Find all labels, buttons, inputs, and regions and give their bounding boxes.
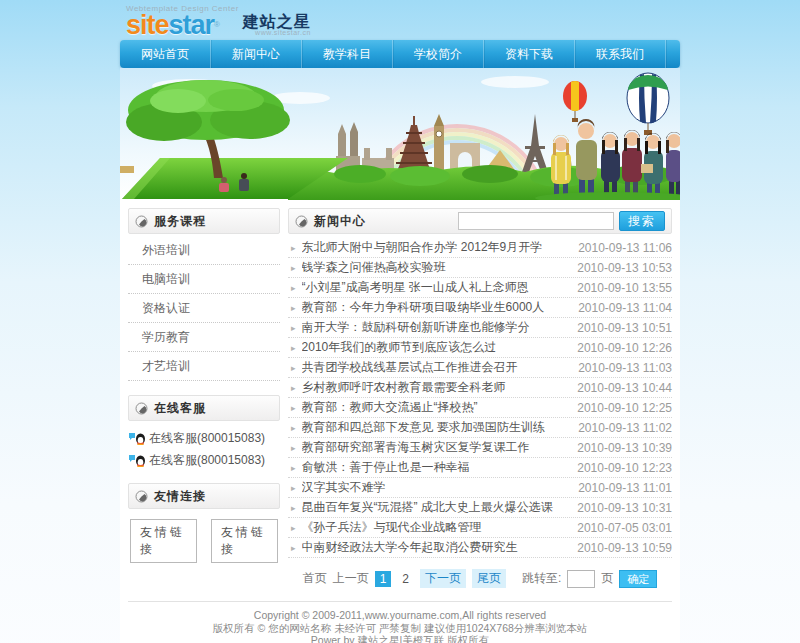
footer-powered-by: Power by 建站之星|美橙互联 版权所有	[128, 634, 672, 643]
news-date: 2010-09-13 11:02	[578, 421, 672, 435]
news-row: ▸教育部：教师大交流遏止“择校热”2010-09-10 12:25	[288, 398, 672, 418]
news-link[interactable]: 教育部：教师大交流遏止“择校热”	[302, 399, 570, 416]
news-date: 2010-09-13 11:04	[578, 301, 672, 315]
qq-agent-label: 在线客服(800015083)	[149, 427, 265, 449]
pagination-next[interactable]: 下一页	[420, 569, 466, 588]
content-area: 服务课程 外语培训 电脑培训 资格认证 学历教育 才艺培训 在线客服	[120, 200, 680, 643]
news-row: ▸乡村教师呼吁农村教育最需要全科老师2010-09-13 10:44	[288, 378, 672, 398]
course-item-foreign-language[interactable]: 外语培训	[128, 236, 280, 265]
news-link[interactable]: 乡村教师呼吁农村教育最需要全科老师	[302, 379, 570, 396]
qq-agent-2[interactable]: 在线客服(800015083)	[128, 449, 280, 471]
panel-bullet-icon	[135, 402, 148, 415]
arrow-bullet-icon: ▸	[291, 343, 296, 353]
links-panel-title: 友情连接	[154, 488, 206, 505]
arrow-bullet-icon: ▸	[291, 363, 296, 373]
arrow-bullet-icon: ▸	[291, 483, 296, 493]
arrow-bullet-icon: ▸	[291, 403, 296, 413]
courses-panel-title: 服务课程	[154, 213, 206, 230]
page-container: Webtemplate Design Center sitestar® 建站之星…	[120, 0, 680, 643]
pagination-first[interactable]: 首页	[303, 570, 327, 587]
news-date: 2010-09-10 12:25	[577, 401, 672, 415]
news-date: 2010-09-10 13:55	[577, 281, 672, 295]
logo-cn: 建站之星 www.sitestar.cn	[243, 14, 311, 38]
arrow-bullet-icon: ▸	[291, 503, 296, 513]
news-row: ▸钱学森之问催热高校实验班2010-09-13 10:53	[288, 258, 672, 278]
news-link[interactable]: “小刘星”成高考明星 张一山成人礼上念师恩	[302, 279, 570, 296]
pagination-last[interactable]: 尾页	[472, 569, 506, 588]
news-link[interactable]: 2010年我们的教师节到底应该怎么过	[302, 339, 570, 356]
service-panel-title: 在线客服	[154, 400, 206, 417]
panel-header-links: 友情连接	[128, 483, 280, 509]
arrow-bullet-icon: ▸	[291, 323, 296, 333]
news-date: 2010-09-13 10:39	[577, 441, 672, 455]
footer-rights: 版权所有 © 您的网站名称 未经许可 严禁复制 建议使用1024X768分辨率浏…	[128, 622, 672, 635]
news-row: ▸俞敏洪：善于停止也是一种幸福2010-09-10 12:23	[288, 458, 672, 478]
main-nav: 网站首页 新闻中心 教学科目 学校简介 资料下载 联系我们	[120, 40, 680, 68]
logo-cn-url: www.sitestar.cn	[243, 29, 311, 36]
panel-bullet-icon	[135, 490, 148, 503]
search-button[interactable]: 搜索	[619, 211, 665, 231]
friend-link-1[interactable]: 友情链接	[130, 519, 197, 563]
news-row: ▸中南财经政法大学今年起取消公费研究生2010-09-13 10:59	[288, 538, 672, 558]
news-row: ▸教育部研究部署青海玉树灾区复学复课工作2010-09-13 10:39	[288, 438, 672, 458]
nav-item-downloads[interactable]: 资料下载	[484, 40, 575, 68]
qq-agent-label: 在线客服(800015083)	[149, 449, 265, 471]
banner-illustration	[120, 68, 680, 200]
qq-chat-icon	[128, 453, 146, 467]
course-item-talent[interactable]: 才艺培训	[128, 352, 280, 381]
arrow-bullet-icon: ▸	[291, 423, 296, 433]
news-date: 2010-09-13 11:06	[578, 241, 672, 255]
friend-link-2[interactable]: 友情链接	[211, 519, 278, 563]
news-row: ▸《孙子兵法》与现代企业战略管理2010-07-05 03:01	[288, 518, 672, 538]
news-link[interactable]: 教育部和四总部下发意见 要求加强国防生训练	[302, 419, 571, 436]
arrow-bullet-icon: ▸	[291, 263, 296, 273]
nav-item-about[interactable]: 学校简介	[393, 40, 484, 68]
news-date: 2010-09-10 12:26	[577, 341, 672, 355]
news-link[interactable]: 教育部研究部署青海玉树灾区复学复课工作	[302, 439, 570, 456]
nav-item-contact[interactable]: 联系我们	[575, 40, 666, 68]
news-link[interactable]: 钱学森之问催热高校实验班	[302, 259, 570, 276]
logo-cn-name: 建站之星	[243, 14, 311, 29]
jump-confirm-button[interactable]: 确定	[619, 570, 657, 588]
news-link[interactable]: 共青团学校战线基层试点工作推进会召开	[302, 359, 571, 376]
nav-item-home[interactable]: 网站首页	[120, 40, 211, 68]
nav-item-subjects[interactable]: 教学科目	[302, 40, 393, 68]
pagination-prev[interactable]: 上一页	[333, 570, 369, 587]
news-date: 2010-09-10 12:23	[577, 461, 672, 475]
course-item-computer[interactable]: 电脑培训	[128, 265, 280, 294]
news-link[interactable]: 东北师大附中与朝阳合作办学 2012年9月开学	[302, 239, 571, 256]
news-row: ▸教育部和四总部下发意见 要求加强国防生训练2010-09-13 11:02	[288, 418, 672, 438]
pagination-page-2[interactable]: 2	[397, 571, 414, 587]
news-date: 2010-09-13 10:53	[577, 261, 672, 275]
news-row: ▸共青团学校战线基层试点工作推进会召开2010-09-13 11:03	[288, 358, 672, 378]
arrow-bullet-icon: ▸	[291, 303, 296, 313]
news-link[interactable]: 中南财经政法大学今年起取消公费研究生	[302, 539, 570, 556]
panel-header-service: 在线客服	[128, 395, 280, 421]
arrow-bullet-icon: ▸	[291, 523, 296, 533]
news-search-input[interactable]	[458, 212, 614, 230]
nav-item-news[interactable]: 新闻中心	[211, 40, 302, 68]
site-logo[interactable]: Webtemplate Design Center sitestar® 建站之星…	[126, 4, 311, 38]
jump-page-input[interactable]	[567, 570, 595, 588]
news-link[interactable]: 俞敏洪：善于停止也是一种幸福	[302, 459, 570, 476]
news-link[interactable]: 汉字其实不难学	[302, 479, 571, 496]
news-link[interactable]: 教育部：今年力争科研项目吸纳毕业生6000人	[302, 299, 571, 316]
course-item-certification[interactable]: 资格认证	[128, 294, 280, 323]
arrow-bullet-icon: ▸	[291, 283, 296, 293]
arrow-bullet-icon: ▸	[291, 383, 296, 393]
sidebar: 服务课程 外语培训 电脑培训 资格认证 学历教育 才艺培训 在线客服	[128, 208, 280, 575]
news-link[interactable]: 南开大学：鼓励科研创新听讲座也能修学分	[302, 319, 570, 336]
news-link[interactable]: 《孙子兵法》与现代企业战略管理	[302, 519, 570, 536]
panel-bullet-icon	[295, 215, 308, 228]
qq-agent-1[interactable]: 在线客服(800015083)	[128, 427, 280, 449]
arrow-bullet-icon: ▸	[291, 463, 296, 473]
news-link[interactable]: 昆曲百年复兴“玩混搭” 成北大史上最火爆公选课	[302, 499, 570, 516]
pagination-page-1[interactable]: 1	[375, 571, 392, 587]
news-row: ▸2010年我们的教师节到底应该怎么过2010-09-10 12:26	[288, 338, 672, 358]
jump-label: 跳转至:	[522, 570, 561, 587]
news-row: ▸教育部：今年力争科研项目吸纳毕业生6000人2010-09-13 11:04	[288, 298, 672, 318]
course-item-academic[interactable]: 学历教育	[128, 323, 280, 352]
footer-copyright: Copyright © 2009-2011,www.yourname.com,A…	[128, 609, 672, 622]
panel-header-courses: 服务课程	[128, 208, 280, 234]
course-list: 外语培训 电脑培训 资格认证 学历教育 才艺培训	[128, 236, 280, 381]
